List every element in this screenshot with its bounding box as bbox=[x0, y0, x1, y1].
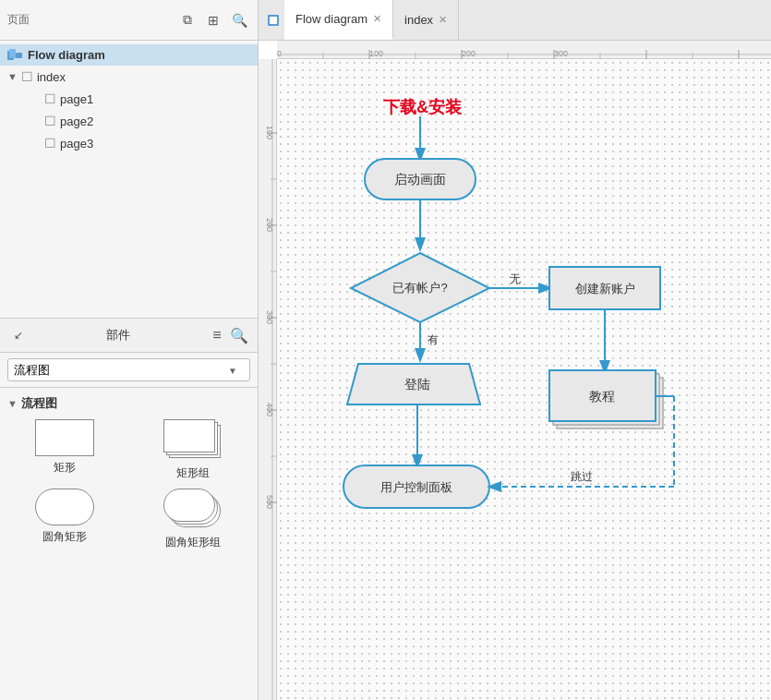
ruler-v: 100 200 300 400 500 bbox=[259, 59, 277, 700]
page-icon-page3: ☐ bbox=[44, 136, 56, 151]
parts-section: ▼ 流程图 矩形 bbox=[0, 388, 258, 558]
flow-svg: 下载&安装 启动画面 已有帐户? 无 有 创建新账户 登陆 bbox=[277, 59, 771, 700]
parts-section-title: ▼ 流程图 bbox=[7, 395, 250, 412]
svg-rect-3 bbox=[9, 49, 16, 58]
parts-grid: 矩形 矩形组 圆角矩形 bbox=[7, 419, 250, 550]
ruler-v-500: 500 bbox=[265, 495, 274, 509]
tabs-area: Flow diagram ✕ index ✕ bbox=[259, 0, 771, 40]
page3-label: page3 bbox=[60, 137, 93, 151]
tab-index-label: index bbox=[404, 13, 433, 27]
index-label: index bbox=[37, 70, 66, 84]
node-create-label: 创建新账户 bbox=[575, 282, 635, 296]
page1-label: page1 bbox=[60, 92, 93, 106]
node-login-label: 登陆 bbox=[404, 377, 430, 392]
tab-index[interactable]: index ✕ bbox=[393, 0, 459, 40]
part-item-rounded-group[interactable]: 圆角矩形组 bbox=[137, 489, 251, 550]
search-icon[interactable]: 🔍 bbox=[228, 9, 250, 31]
parts-search-icon[interactable]: 🔍 bbox=[228, 324, 250, 346]
copy-icon[interactable]: ⧉ bbox=[176, 9, 199, 31]
node-dashboard-label: 用户控制面板 bbox=[380, 480, 452, 494]
ruler-v-400: 400 bbox=[265, 403, 274, 416]
page2-label: page2 bbox=[60, 115, 93, 128]
top-bar: 页面 ⧉ ⊞ 🔍 Flow diagram ✕ index ✕ bbox=[0, 0, 771, 41]
svg-rect-1 bbox=[270, 17, 277, 24]
top-bar-left: 页面 ⧉ ⊞ 🔍 bbox=[0, 0, 259, 40]
parts-select[interactable]: 流程图 bbox=[7, 358, 250, 381]
part-shape-rounded-group bbox=[163, 489, 223, 531]
pages-label: 页面 bbox=[7, 12, 30, 28]
section-label: 流程图 bbox=[21, 395, 57, 412]
left-panel: Flow diagram ▼ ☐ index ☐ page1 ☐ page2 bbox=[0, 41, 259, 700]
collapse-parts-icon[interactable]: ↙ bbox=[7, 324, 30, 346]
flow-diagram-label: Flow diagram bbox=[28, 48, 105, 62]
parts-panel: ↙ 部件 ≡ 🔍 流程图 ▼ ▼ 流程图 bbox=[0, 319, 258, 700]
part-shape-rect bbox=[35, 419, 94, 456]
svg-rect-4 bbox=[16, 53, 22, 58]
main-area: Flow diagram ▼ ☐ index ☐ page1 ☐ page2 bbox=[0, 41, 771, 700]
page-icon-index: ☐ bbox=[21, 69, 33, 84]
tree-item-index[interactable]: ▼ ☐ index bbox=[0, 66, 258, 88]
label-wu: 无 bbox=[510, 272, 521, 285]
ruler-v-200: 200 bbox=[265, 218, 274, 232]
pages-tree: Flow diagram ▼ ☐ index ☐ page1 ☐ page2 bbox=[0, 41, 258, 318]
part-label-rounded-group: 圆角矩形组 bbox=[165, 535, 221, 550]
expand-icon[interactable]: ▼ bbox=[7, 71, 18, 82]
tab-flow-close[interactable]: ✕ bbox=[373, 13, 381, 25]
part-item-rect[interactable]: 矩形 bbox=[7, 419, 122, 481]
ruler-h-ticks bbox=[277, 41, 771, 59]
node-decision-label: 已有帐户? bbox=[392, 281, 447, 295]
canvas-icon bbox=[266, 13, 281, 28]
part-item-rounded[interactable]: 圆角矩形 bbox=[7, 489, 122, 550]
ruler-v-300: 300 bbox=[265, 310, 274, 324]
tree-item-flow-diagram[interactable]: Flow diagram bbox=[0, 44, 258, 66]
part-label-rect-group: 矩形组 bbox=[176, 465, 210, 481]
canvas-area[interactable]: 0 100 200 300 bbox=[259, 41, 771, 700]
tree-item-page2[interactable]: ☐ page2 bbox=[0, 110, 258, 132]
part-label-rounded: 圆角矩形 bbox=[42, 529, 87, 545]
top-bar-icons: ⧉ ⊞ 🔍 bbox=[176, 9, 250, 31]
node-tutorial-label: 教程 bbox=[589, 389, 615, 404]
parts-menu-icon[interactable]: ≡ bbox=[206, 324, 228, 346]
tree-item-page3[interactable]: ☐ page3 bbox=[0, 132, 258, 154]
parts-header: ↙ 部件 ≡ 🔍 bbox=[0, 319, 258, 353]
ruler-v-100: 100 bbox=[265, 126, 274, 139]
ruler-v-ticks bbox=[259, 59, 277, 700]
label-skip: 跳过 bbox=[571, 470, 593, 483]
parts-title: 部件 bbox=[30, 327, 206, 344]
tree-item-page1[interactable]: ☐ page1 bbox=[0, 88, 258, 110]
add-icon[interactable]: ⊞ bbox=[202, 9, 224, 31]
page-icon-page1: ☐ bbox=[44, 91, 56, 106]
tab-flow-label: Flow diagram bbox=[295, 12, 367, 26]
flow-title: 下载&安装 bbox=[383, 97, 463, 116]
part-shape-rect-group bbox=[163, 419, 223, 462]
flow-diagram-icon bbox=[7, 49, 24, 62]
parts-dropdown: 流程图 ▼ bbox=[0, 353, 258, 388]
dropdown-wrap: 流程图 ▼ bbox=[7, 358, 250, 381]
ruler-h: 0 100 200 300 bbox=[277, 41, 771, 59]
tab-flow-diagram[interactable]: Flow diagram ✕ bbox=[284, 0, 393, 40]
section-collapse-icon[interactable]: ▼ bbox=[7, 398, 18, 409]
part-item-rect-group[interactable]: 矩形组 bbox=[137, 419, 251, 481]
node-start-label: 启动画面 bbox=[394, 172, 446, 187]
label-you: 有 bbox=[428, 333, 439, 346]
tab-index-close[interactable]: ✕ bbox=[439, 14, 447, 26]
page-icon-page2: ☐ bbox=[44, 114, 56, 128]
part-shape-rounded bbox=[35, 489, 94, 525]
part-label-rect: 矩形 bbox=[54, 460, 76, 476]
